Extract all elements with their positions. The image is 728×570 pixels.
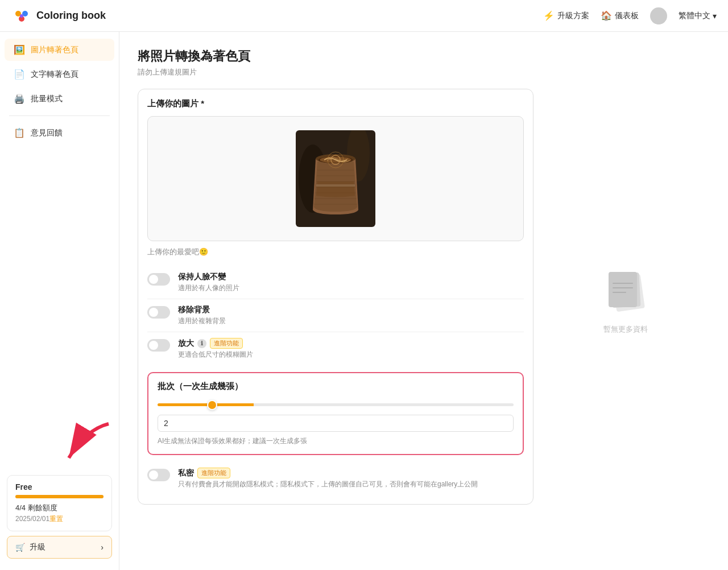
app-title: Coloring book xyxy=(36,10,106,22)
plan-box: Free 4/4 剩餘額度 2025/02/01重置 xyxy=(7,475,112,531)
main-right: 暫無更多資料 xyxy=(552,32,700,570)
plan-quota: 4/4 剩餘額度 xyxy=(15,503,104,513)
toggle-row-upscale: 放大 ℹ 進階功能 更適合低尺寸的模糊圖片 xyxy=(147,332,524,365)
toggle-remove-bg-title: 移除背景 xyxy=(178,305,524,315)
toggle-remove-bg[interactable] xyxy=(147,306,170,319)
upload-area[interactable] xyxy=(147,116,524,241)
toggle-face-preserve-title: 保持人臉不變 xyxy=(178,272,524,282)
home-icon: 🏠 xyxy=(601,10,612,21)
toggle-remove-bg-desc: 適用於複雜背景 xyxy=(178,316,524,326)
user-avatar[interactable] xyxy=(650,7,667,24)
page-title: 將照片轉換為著色頁 xyxy=(138,48,533,65)
upscale-info-icon[interactable]: ℹ xyxy=(197,339,206,348)
toggle-private-slider xyxy=(147,469,170,481)
toggle-upscale-desc: 更適合低尺寸的模糊圖片 xyxy=(178,350,524,360)
plan-reset: 2025/02/01重置 xyxy=(15,514,104,524)
upload-hint: 上傳你的最愛吧🙂 xyxy=(147,247,524,257)
chevron-right-icon: › xyxy=(101,543,104,552)
main-area: 將照片轉換為著色頁 請勿上傳違規圖片 上傳你的圖片 * xyxy=(119,32,728,570)
private-advanced-badge: 進階功能 xyxy=(197,468,230,478)
batch-slider[interactable] xyxy=(158,403,514,406)
toggle-row-face-preserve: 保持人臉不變 適用於有人像的照片 xyxy=(147,266,524,299)
printer-icon: 🖨️ xyxy=(14,93,25,104)
sidebar-bottom: Free 4/4 剩餘額度 2025/02/01重置 🛒 升級 › xyxy=(0,469,119,564)
layout: 🖼️ 圖片轉著色頁 📄 文字轉著色頁 🖨️ 批量模式 📋 意見回饋 xyxy=(0,32,728,570)
upgrade-icon: 🛒 xyxy=(15,543,25,552)
svg-point-6 xyxy=(652,19,665,24)
nav-upgrade-button[interactable]: ⚡ 升級方案 xyxy=(543,10,589,21)
toggle-remove-bg-slider xyxy=(147,306,170,319)
batch-title: 批次（一次生成幾張） xyxy=(158,381,514,392)
toggle-private-desc: 只有付費會員才能開啟隱私模式；隱私模式下，上傳的圖僅自己可見，否則會有可能在ga… xyxy=(178,480,524,489)
sidebar-item-text-convert[interactable]: 📄 文字轉著色頁 xyxy=(5,63,114,85)
svg-point-4 xyxy=(20,14,23,18)
toggle-upscale-title: 放大 ℹ 進階功能 xyxy=(178,338,524,349)
bolt-icon: ⚡ xyxy=(543,10,555,21)
toggle-row-remove-bg: 移除背景 適用於複雜背景 xyxy=(147,299,524,332)
chevron-down-icon: ▾ xyxy=(713,11,717,20)
toggle-face-preserve[interactable] xyxy=(147,273,170,286)
upload-card: 上傳你的圖片 * xyxy=(138,89,533,505)
toggle-upscale[interactable] xyxy=(147,339,170,352)
toggle-upscale-slider xyxy=(147,339,170,352)
upscale-advanced-badge: 進階功能 xyxy=(210,338,243,349)
batch-box: 批次（一次生成幾張） AI生成無法保證每張效果都好；建議一次生成多張 xyxy=(147,372,524,455)
plan-bar-bg xyxy=(15,495,104,498)
text-icon: 📄 xyxy=(14,69,25,80)
upload-section-title: 上傳你的圖片 * xyxy=(147,98,524,109)
topnav-right: ⚡ 升級方案 🏠 儀表板 繁體中文 ▾ xyxy=(543,7,717,24)
sidebar-divider xyxy=(9,115,110,116)
svg-point-5 xyxy=(655,10,663,18)
annotation-arrow xyxy=(57,418,119,469)
toggle-row-private: 私密 進階功能 只有付費會員才能開啟隱私模式；隱私模式下，上傳的圖僅自己可見，否… xyxy=(147,462,524,495)
svg-rect-26 xyxy=(609,272,637,307)
plan-reset-link[interactable]: 重置 xyxy=(49,515,63,523)
feedback-icon: 📋 xyxy=(14,127,25,138)
empty-state-icon xyxy=(597,267,654,319)
sidebar-item-image-convert[interactable]: 🖼️ 圖片轉著色頁 xyxy=(5,39,114,61)
plan-label: Free xyxy=(15,482,104,491)
batch-slider-wrap xyxy=(158,399,514,408)
toggle-private-title: 私密 進階功能 xyxy=(178,468,524,478)
toggle-face-preserve-slider xyxy=(147,273,170,286)
topnav: Coloring book ⚡ 升級方案 🏠 儀表板 繁體中文 ▾ xyxy=(0,0,728,32)
toggle-face-preserve-desc: 適用於有人像的照片 xyxy=(178,283,524,293)
plan-bar-fill xyxy=(15,495,104,498)
svg-rect-23 xyxy=(316,184,355,187)
sidebar: 🖼️ 圖片轉著色頁 📄 文字轉著色頁 🖨️ 批量模式 📋 意見回饋 xyxy=(0,32,119,570)
toggle-private[interactable] xyxy=(147,469,170,481)
coffee-image xyxy=(296,130,375,227)
image-icon: 🖼️ xyxy=(14,44,25,55)
empty-state: 暫無更多資料 xyxy=(597,267,654,334)
topnav-left: Coloring book xyxy=(11,6,106,26)
sidebar-item-feedback[interactable]: 📋 意見回饋 xyxy=(5,122,114,144)
empty-label: 暫無更多資料 xyxy=(603,324,648,334)
app-logo-icon xyxy=(11,6,32,26)
sidebar-item-batch-mode[interactable]: 🖨️ 批量模式 xyxy=(5,88,114,110)
upgrade-button[interactable]: 🛒 升級 › xyxy=(7,536,112,559)
batch-value-input[interactable] xyxy=(158,415,514,432)
batch-hint: AI生成無法保證每張效果都好；建議一次生成多張 xyxy=(158,436,514,446)
page-subtitle: 請勿上傳違規圖片 xyxy=(138,67,533,77)
toggle-list: 保持人臉不變 適用於有人像的照片 移除背景 xyxy=(147,266,524,365)
main-center: 將照片轉換為著色頁 請勿上傳違規圖片 上傳你的圖片 * xyxy=(119,32,552,570)
language-selector[interactable]: 繁體中文 ▾ xyxy=(679,11,717,21)
nav-dashboard-button[interactable]: 🏠 儀表板 xyxy=(601,10,639,21)
